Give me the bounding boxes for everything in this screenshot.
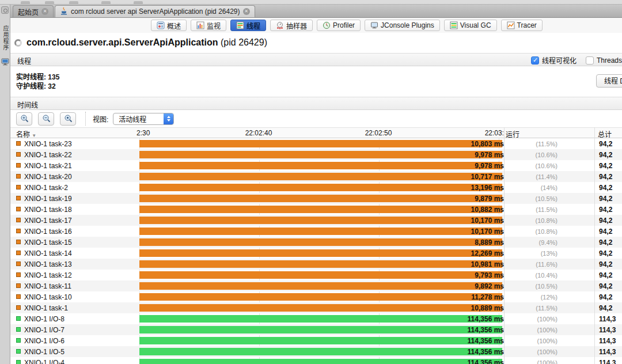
running-time-percent: (14%) bbox=[518, 184, 557, 191]
total-time-value: 94,2 bbox=[599, 249, 622, 257]
thread-state-icon bbox=[16, 261, 21, 266]
thread-row[interactable]: XNIO-1 task-21 9,978 ms (10.6%) 94,2 bbox=[10, 160, 622, 171]
time-tick-label: 22:03:00 bbox=[481, 129, 503, 137]
thread-row[interactable]: XNIO-1 task-19 9,879 ms (10.5%) 94,2 bbox=[10, 193, 622, 204]
thread-name: XNIO-1 task-23 bbox=[24, 140, 72, 148]
tab-label: com rcloud server api ServerApiApplicati… bbox=[71, 7, 240, 16]
thread-visualization-checkbox[interactable]: 线程可视化 bbox=[531, 55, 577, 65]
thread-name: XNIO-1 task-21 bbox=[24, 162, 72, 170]
column-header-running[interactable]: 运行 bbox=[506, 129, 519, 139]
threads-inspector-checkbox[interactable]: Threads i bbox=[586, 56, 622, 65]
chevron-updown-icon[interactable] bbox=[164, 113, 173, 124]
thread-dump-button[interactable]: 线程 D bbox=[596, 74, 622, 88]
thread-name: XNIO-1 I/O-6 bbox=[24, 337, 65, 345]
app-spinner-icon bbox=[14, 39, 22, 47]
zoom-out-button[interactable] bbox=[38, 112, 54, 126]
thread-stats: 实时线程: 135 守护线程: 32 bbox=[16, 73, 59, 91]
monitor-icon[interactable] bbox=[1, 58, 9, 68]
thread-name: XNIO-1 task-18 bbox=[24, 206, 72, 214]
running-time-value: 10,170 ms bbox=[449, 227, 504, 236]
toolbar-tab-visual-gc[interactable]: Visual GC bbox=[444, 20, 497, 31]
thread-rows: XNIO-1 task-23 10,803 ms (11.5%) 94,2 XN… bbox=[10, 138, 622, 364]
thread-state-icon bbox=[16, 218, 21, 222]
toolbar-tab-监视[interactable]: 监视 bbox=[191, 20, 226, 31]
thread-row[interactable]: XNIO-1 task-22 9,978 ms (10.6%) 94,2 bbox=[10, 149, 622, 160]
restore-window-icon[interactable] bbox=[1, 6, 9, 14]
zoom-in-button[interactable] bbox=[16, 112, 32, 126]
thread-row[interactable]: XNIO-1 task-2 13,196 ms (14%) 94,2 bbox=[10, 182, 622, 193]
live-threads-label: 实时线程: bbox=[16, 73, 46, 81]
running-time-value: 12,269 ms bbox=[449, 249, 504, 257]
close-icon[interactable]: ✕ bbox=[41, 8, 48, 15]
running-time-percent: (12%) bbox=[518, 294, 557, 301]
column-header-total[interactable]: 总计 bbox=[598, 129, 612, 139]
thread-row[interactable]: XNIO-1 I/O-4 114,356 ms (100%) 114,3 bbox=[10, 357, 622, 364]
thread-timeline-bar bbox=[139, 326, 502, 333]
total-time-value: 94,2 bbox=[599, 162, 622, 170]
thread-timeline-bar bbox=[139, 260, 502, 268]
toolbar-tab-概述[interactable]: 概述 bbox=[151, 20, 187, 31]
thread-row[interactable]: XNIO-1 task-16 10,170 ms (10.8%) 94,2 bbox=[10, 226, 622, 237]
total-time-value: 94,2 bbox=[599, 217, 622, 225]
checkbox-unchecked-icon[interactable] bbox=[586, 56, 594, 65]
running-time-value: 10,889 ms bbox=[449, 304, 504, 312]
app-pid: (pid 26429) bbox=[218, 37, 267, 47]
total-time-value: 94,2 bbox=[599, 271, 622, 279]
view-toolbar: 概述监视线程抽样器ProfilerJConsole PluginsVisual … bbox=[10, 18, 622, 33]
toolbar-tab-线程[interactable]: 线程 bbox=[230, 20, 266, 31]
view-label: 视图: bbox=[93, 114, 108, 124]
toolbar-tab-tracer[interactable]: Tracer bbox=[501, 20, 543, 31]
thread-row[interactable]: XNIO-1 I/O-8 114,356 ms (100%) 114,3 bbox=[10, 313, 622, 324]
timeline-controls: 视图: 活动线程 bbox=[10, 110, 622, 127]
applications-panel-tab[interactable]: 应用程序 bbox=[1, 25, 9, 51]
daemon-threads-label: 守护线程: bbox=[16, 82, 46, 90]
tab-active[interactable]: com rcloud server api ServerApiApplicati… bbox=[55, 5, 255, 17]
thread-state-icon bbox=[16, 272, 21, 277]
thread-state-icon bbox=[16, 283, 21, 288]
table-header: 名称 ▼ 2:3022:02:4022:02:5022:03:00 运行 总计 bbox=[10, 127, 622, 138]
view-select[interactable]: 活动线程 bbox=[113, 113, 174, 125]
thread-row[interactable]: XNIO-1 task-15 8,889 ms (9.4%) 94,2 bbox=[10, 237, 622, 248]
thread-row[interactable]: XNIO-1 task-14 12,269 ms (13%) 94,2 bbox=[10, 248, 622, 259]
toolbar-tab-jconsole-plugins[interactable]: JConsole Plugins bbox=[365, 20, 440, 31]
thread-name: XNIO-1 I/O-8 bbox=[24, 315, 65, 323]
time-tick-label: 22:02:50 bbox=[361, 129, 396, 137]
visualgc-icon bbox=[450, 21, 458, 29]
threads-inspector-label: Threads i bbox=[597, 56, 622, 65]
thread-row[interactable]: XNIO-1 task-10 11,278 ms (12%) 94,2 bbox=[10, 291, 622, 302]
running-time-value: 8,889 ms bbox=[449, 238, 504, 247]
running-time-value: 9,978 ms bbox=[449, 162, 504, 170]
thread-row[interactable]: XNIO-1 task-13 10,981 ms (11.6%) 94,2 bbox=[10, 259, 622, 270]
tab-inactive[interactable]: 起始页✕ bbox=[13, 5, 54, 17]
app-class-name: com.rcloud.server.api.ServerApiApplicati… bbox=[26, 37, 218, 47]
thread-row[interactable]: XNIO-1 task-12 9,793 ms (10.4%) 94,2 bbox=[10, 270, 622, 280]
toolbar-tab-抽样器[interactable]: 抽样器 bbox=[270, 20, 313, 31]
thread-state-icon bbox=[16, 207, 21, 211]
running-time-value: 10,170 ms bbox=[449, 217, 504, 225]
thread-state-icon bbox=[16, 152, 21, 157]
close-icon[interactable]: ✕ bbox=[243, 8, 250, 15]
thread-row[interactable]: XNIO-1 task-1 10,889 ms (11.5%) 94,2 bbox=[10, 302, 622, 313]
total-time-value: 94,2 bbox=[599, 206, 622, 214]
running-time-value: 9,879 ms bbox=[449, 195, 504, 203]
column-header-name[interactable]: 名称 ▼ bbox=[16, 129, 36, 139]
thread-row[interactable]: XNIO-1 I/O-6 114,356 ms (100%) 114,3 bbox=[10, 335, 622, 346]
checkbox-checked-icon[interactable] bbox=[531, 56, 539, 65]
thread-state-icon bbox=[16, 141, 21, 146]
thread-row[interactable]: XNIO-1 task-17 10,170 ms (10.8%) 94,2 bbox=[10, 215, 622, 226]
total-time-value: 94,2 bbox=[599, 173, 622, 181]
thread-timeline-bar bbox=[139, 271, 502, 279]
thread-row[interactable]: XNIO-1 task-20 10,717 ms (11.4%) 94,2 bbox=[10, 171, 622, 182]
thread-row[interactable]: XNIO-1 I/O-5 114,356 ms (100%) 114,3 bbox=[10, 346, 622, 357]
total-time-value: 94,2 bbox=[599, 151, 622, 159]
thread-name: XNIO-1 I/O-5 bbox=[24, 348, 65, 356]
thread-row[interactable]: XNIO-1 task-11 9,892 ms (10.5%) 94,2 bbox=[10, 280, 622, 291]
thread-row[interactable]: XNIO-1 task-23 10,803 ms (11.5%) 94,2 bbox=[10, 138, 622, 149]
thread-row[interactable]: XNIO-1 task-18 10,882 ms (11.5%) 94,2 bbox=[10, 204, 622, 215]
zoom-fit-button[interactable] bbox=[60, 112, 76, 126]
thread-timeline-bar bbox=[139, 315, 502, 323]
toolbar-tab-profiler[interactable]: Profiler bbox=[317, 20, 361, 31]
toolbar-tab-label: Visual GC bbox=[460, 21, 491, 29]
thread-row[interactable]: XNIO-1 I/O-7 114,356 ms (100%) 114,3 bbox=[10, 324, 622, 335]
running-time-value: 10,882 ms bbox=[449, 206, 504, 214]
